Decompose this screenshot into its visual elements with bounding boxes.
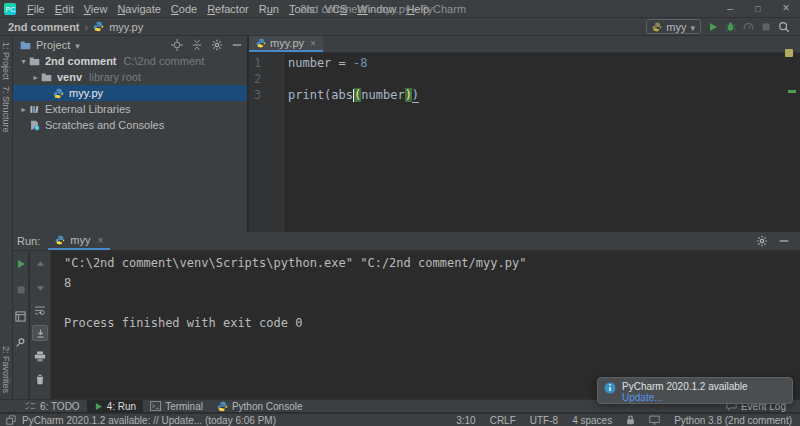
- code-segment: -8: [353, 56, 367, 70]
- file-encoding[interactable]: UTF-8: [530, 415, 558, 426]
- gear-icon[interactable]: [211, 39, 223, 51]
- python-icon: [217, 401, 228, 412]
- tree-item-hint: library root: [89, 71, 141, 83]
- hide-panel-icon[interactable]: [778, 235, 790, 247]
- toolwindow-button-python-console[interactable]: Python Console: [210, 400, 310, 413]
- tree-item-label: myy.py: [69, 87, 103, 99]
- scratches-icon: [29, 120, 40, 131]
- menu-refactor[interactable]: Refactor: [202, 3, 254, 15]
- maximize-button[interactable]: [744, 0, 772, 18]
- close-button[interactable]: [772, 0, 800, 18]
- code-area[interactable]: 1number = -823print(abs(number)): [249, 53, 790, 103]
- search-everywhere-icon[interactable]: [778, 21, 790, 33]
- pin-icon[interactable]: [13, 334, 29, 350]
- folder-icon: [29, 56, 40, 66]
- toggle-tool-buttons-icon[interactable]: [6, 415, 16, 425]
- run-button[interactable]: [708, 22, 718, 32]
- tree-item-myy-py[interactable]: myy.py: [13, 85, 247, 101]
- print-icon[interactable]: [32, 348, 48, 364]
- sidebar-item-structure[interactable]: 7: Structure: [1, 86, 11, 133]
- play-icon: [94, 402, 103, 411]
- breadcrumb-project[interactable]: 2nd comment: [8, 21, 80, 33]
- project-view-icon: [20, 40, 31, 50]
- python-file-icon: [256, 38, 266, 48]
- inspection-indicator[interactable]: [785, 49, 793, 57]
- menu-view[interactable]: View: [79, 3, 113, 15]
- breadcrumb-file[interactable]: myy.py: [109, 21, 143, 33]
- menu-edit[interactable]: Edit: [50, 3, 79, 15]
- tree-item-venv[interactable]: ▸venvlibrary root: [13, 69, 247, 85]
- minimize-button[interactable]: [716, 0, 744, 18]
- todo-icon: [25, 401, 36, 411]
- project-panel-title[interactable]: Project: [36, 39, 70, 51]
- title-bar: PC FileEditViewNavigateCodeRefactorRunTo…: [0, 0, 800, 18]
- editor-area[interactable]: myy.py × 1number = -823print(abs(number)…: [249, 36, 800, 232]
- down-stack-trace-icon[interactable]: [32, 279, 48, 295]
- debug-button[interactable]: [725, 21, 736, 32]
- chevron-down-icon[interactable]: ▾: [18, 57, 29, 66]
- soft-wrap-icon[interactable]: [32, 302, 48, 318]
- collapse-all-icon[interactable]: [191, 39, 203, 51]
- restore-layout-icon[interactable]: [13, 308, 29, 324]
- chevron-right-icon[interactable]: ▸: [18, 105, 29, 114]
- toolwindow-button-terminal[interactable]: Terminal: [143, 400, 210, 413]
- line-number[interactable]: 1: [249, 55, 284, 71]
- tree-item-external-libraries[interactable]: ▸External Libraries: [13, 101, 247, 117]
- locate-file-icon[interactable]: [171, 39, 183, 51]
- code-line[interactable]: 2: [249, 71, 790, 87]
- indent-style[interactable]: 4 spaces: [572, 415, 612, 426]
- line-number[interactable]: 2: [249, 71, 284, 87]
- run-panel-toolbar: [13, 251, 29, 399]
- line-number[interactable]: 3: [249, 87, 284, 103]
- close-icon[interactable]: ×: [97, 235, 103, 246]
- notification-title: PyCharm 2020.1.2 available: [622, 381, 748, 392]
- sidebar-item-favorites[interactable]: 2: Favorites: [1, 346, 11, 393]
- breadcrumb: 2nd comment myy.py: [0, 21, 143, 33]
- run-tab-label: myy: [70, 234, 90, 246]
- clear-console-icon[interactable]: [32, 371, 48, 387]
- status-message[interactable]: PyCharm 2020.1.2 available: // Update...…: [22, 415, 276, 426]
- sidebar-item-project[interactable]: 1: Project: [1, 42, 11, 80]
- toolwindow-button-6-todo[interactable]: 6: TODO: [18, 400, 87, 413]
- toolwindow-button-4-run[interactable]: 4: Run: [87, 400, 143, 413]
- code-line-text: [284, 71, 288, 87]
- tree-item-scratches-and-consoles[interactable]: Scratches and Consoles: [13, 117, 247, 133]
- project-panel-header: Project: [13, 36, 247, 52]
- line-separator[interactable]: CRLF: [490, 415, 516, 426]
- stop-button[interactable]: [13, 282, 29, 298]
- chevron-right-icon[interactable]: ▸: [30, 73, 41, 82]
- run-panel-title: Run:: [13, 235, 48, 247]
- caret-position[interactable]: 3:10: [456, 415, 475, 426]
- editor-tab-myy[interactable]: myy.py ×: [249, 36, 323, 52]
- update-notification[interactable]: PyCharm 2020.1.2 available Update...: [597, 377, 793, 404]
- run-tab-myy[interactable]: myy ×: [48, 232, 110, 250]
- up-stack-trace-icon[interactable]: [32, 256, 48, 272]
- editor-tab-label: myy.py: [270, 37, 304, 49]
- close-icon[interactable]: ×: [310, 38, 316, 49]
- tree-item-hint: C:\2nd comment: [124, 55, 205, 67]
- stop-button[interactable]: [761, 22, 771, 32]
- code-segment: number =: [288, 56, 353, 70]
- profiler-button[interactable]: [743, 21, 754, 32]
- code-line[interactable]: 1number = -8: [249, 55, 790, 71]
- libraries-icon: [29, 104, 40, 115]
- status-bar: PyCharm 2020.1.2 available: // Update...…: [0, 413, 800, 426]
- notification-update-link[interactable]: Update...: [622, 392, 748, 403]
- gear-icon[interactable]: [756, 235, 768, 247]
- run-configuration-select[interactable]: myy: [646, 19, 701, 34]
- lock-icon[interactable]: [626, 415, 635, 425]
- menu-file[interactable]: File: [22, 3, 50, 15]
- code-line-text: number = -8: [284, 55, 367, 71]
- scroll-to-end-icon[interactable]: [32, 325, 48, 341]
- menu-navigate[interactable]: Navigate: [112, 3, 165, 15]
- code-line[interactable]: 3print(abs(number)): [249, 87, 790, 103]
- code-line-text: print(abs(number)): [284, 87, 419, 103]
- python-interpreter[interactable]: Python 3.8 (2nd comment): [674, 415, 792, 426]
- rerun-button[interactable]: [13, 256, 29, 272]
- menu-run[interactable]: Run: [254, 3, 284, 15]
- hide-panel-icon[interactable]: [231, 39, 243, 51]
- screen-reader-icon[interactable]: [649, 415, 660, 425]
- tree-item-2nd-comment[interactable]: ▾2nd commentC:\2nd comment: [13, 53, 247, 69]
- python-file-icon: [93, 21, 104, 32]
- menu-code[interactable]: Code: [166, 3, 202, 15]
